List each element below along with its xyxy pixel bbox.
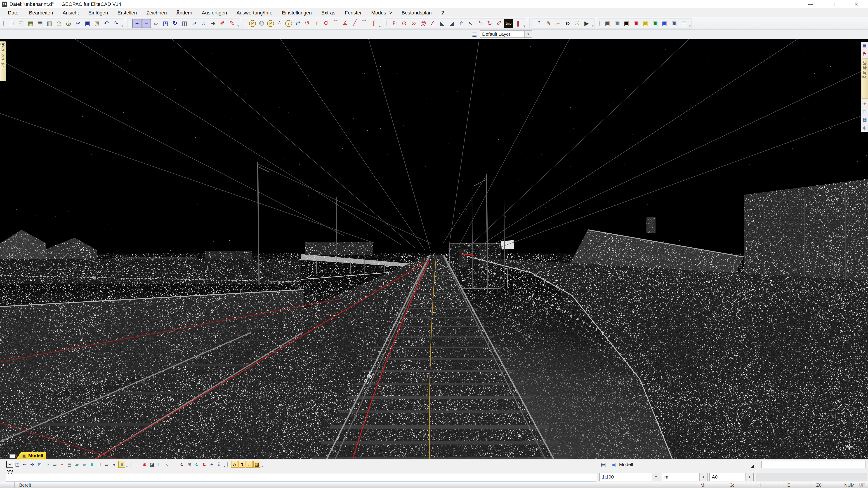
- toolbar-overflow-icon[interactable]: ▾: [689, 24, 690, 28]
- sheet-plot-black-icon[interactable]: ▣: [622, 19, 631, 28]
- cut-icon[interactable]: ✂: [73, 19, 83, 28]
- menu-modus-[interactable]: Modus ->: [366, 8, 397, 18]
- chevron-down-icon[interactable]: ▾: [652, 473, 660, 481]
- circle-line-icon[interactable]: ⊘: [400, 19, 409, 28]
- solid-model-icon[interactable]: ▰: [73, 461, 81, 468]
- aux-input[interactable]: [761, 461, 866, 468]
- menu-extras[interactable]: Extras: [316, 8, 340, 18]
- hatch-visibility-icon[interactable]: ▨: [253, 461, 260, 468]
- blocks-3d-icon[interactable]: ▦: [862, 116, 868, 123]
- plot-flag-icon[interactable]: ⚑: [862, 50, 868, 58]
- toolbar-overflow-icon[interactable]: ▾: [121, 24, 123, 28]
- unit-select[interactable]: m ▾: [662, 473, 708, 481]
- mirror-element-icon[interactable]: ◫: [180, 19, 189, 28]
- close-button[interactable]: ✕: [845, 0, 868, 8]
- layers-icon[interactable]: ≣: [862, 42, 868, 50]
- wire-box-icon[interactable]: ▱: [103, 461, 110, 468]
- move-element-icon[interactable]: ▱: [151, 19, 160, 28]
- pan-widget-icon[interactable]: ✛: [846, 443, 853, 451]
- curve-circle-icon[interactable]: ↻: [485, 19, 494, 28]
- plot-mode-icon[interactable]: P: [6, 461, 13, 468]
- move-reference-icon[interactable]: ⇥: [209, 19, 217, 28]
- toolbar-overflow-icon[interactable]: ▾: [237, 24, 239, 28]
- sheet-print-icon[interactable]: ▣: [613, 19, 622, 28]
- sheet-plot-green-icon[interactable]: ▣: [651, 19, 659, 28]
- dimension-visibility-icon[interactable]: ↔: [246, 461, 253, 468]
- crystal-icon[interactable]: ◈: [862, 124, 868, 131]
- tangent-line-icon[interactable]: ∫: [369, 19, 378, 28]
- modify-element-icon[interactable]: ✎: [227, 19, 237, 28]
- rotate-model-icon[interactable]: ↻: [193, 461, 200, 468]
- axis-jump-icon[interactable]: ↘: [163, 461, 170, 468]
- point-von-trass-icon[interactable]: P: [267, 20, 274, 27]
- toolbar-drag-handle[interactable]: [599, 20, 601, 27]
- axis-define-icon[interactable]: ∟: [171, 461, 178, 468]
- spiral-icon[interactable]: @: [418, 19, 428, 28]
- plot-output-icon[interactable]: ▤: [66, 461, 73, 468]
- format-select[interactable]: A0 ▾: [709, 473, 754, 481]
- toolbar-drag-handle[interactable]: [531, 20, 533, 27]
- brush-icon[interactable]: ✎: [544, 19, 553, 28]
- menu-datei[interactable]: Datei: [3, 8, 24, 18]
- gradient-segment-icon[interactable]: ◢: [447, 19, 456, 28]
- zoom-dynamic-icon[interactable]: ✛: [29, 461, 36, 468]
- arrow-visibility-icon[interactable]: ↴: [239, 461, 246, 468]
- curve-arrow-icon[interactable]: ↱: [457, 19, 466, 28]
- toolbar-drag-handle[interactable]: [245, 20, 247, 27]
- line-points-icon[interactable]: ╱: [350, 19, 359, 28]
- scale-element-icon[interactable]: ↗: [189, 19, 198, 28]
- toolbar-drag-handle[interactable]: [129, 20, 131, 27]
- open-autosave-icon[interactable]: ◷: [55, 19, 64, 28]
- toolbar-overflow-icon[interactable]: ▾: [379, 25, 381, 28]
- arc-direction-icon[interactable]: ↺: [303, 19, 312, 28]
- point-elevation-icon[interactable]: ↥: [535, 19, 544, 28]
- order-flyout-tab[interactable]: Ordnung: [861, 59, 868, 99]
- menu--[interactable]: ?: [436, 8, 449, 18]
- save-autosave-icon[interactable]: ◶: [64, 19, 73, 28]
- plot-settings-icon[interactable]: ▤: [599, 461, 607, 468]
- tools-flyout-tab[interactable]: Werkzeuge: [0, 41, 6, 81]
- menu-einstellungen[interactable]: Einstellungen: [277, 8, 316, 18]
- menu-fenster[interactable]: Fenster: [340, 8, 367, 18]
- redo-icon[interactable]: ↷: [112, 19, 121, 28]
- connect-elements-icon[interactable]: ⇄: [293, 19, 302, 28]
- gradient-down-icon[interactable]: ◣: [438, 19, 447, 28]
- maximize-button[interactable]: □: [822, 0, 845, 8]
- axis-visibility-icon[interactable]: ∟: [133, 461, 141, 468]
- new-viewport-icon[interactable]: ▭: [51, 461, 58, 468]
- flag-line-icon[interactable]: ⚐: [390, 19, 399, 28]
- center-view-icon[interactable]: ⌖: [59, 461, 66, 468]
- text-visibility-icon[interactable]: A: [231, 461, 238, 468]
- point-lamp-icon[interactable]: ☉: [572, 19, 582, 28]
- tangent-direction-icon[interactable]: ↑: [312, 19, 321, 28]
- copy-element-icon[interactable]: ◳: [161, 19, 170, 28]
- axis-origin-icon[interactable]: ⊕: [141, 461, 148, 468]
- corner-curve-icon[interactable]: ⌐: [554, 19, 563, 28]
- menu-auswertung-info[interactable]: Auswertung/Info: [232, 8, 277, 18]
- walk-mode-icon[interactable]: ✦: [208, 461, 215, 468]
- scale-select[interactable]: 1:100 ▾: [599, 473, 660, 481]
- toolbar-drag-handle[interactable]: [3, 20, 5, 27]
- orbit-view-icon[interactable]: ∞: [43, 461, 51, 468]
- view-selector[interactable]: ▣ Modell: [611, 460, 754, 468]
- expand-corner-icon[interactable]: [751, 465, 754, 468]
- open-file-icon[interactable]: ◰: [17, 19, 26, 28]
- sheet-copy-icon[interactable]: ▣: [670, 19, 679, 28]
- point-grid-icon[interactable]: ⠿: [216, 461, 223, 468]
- layer-select[interactable]: Default Layer ▾: [480, 31, 532, 38]
- parallel-lines-icon[interactable]: ∥: [514, 19, 523, 28]
- chevron-down-icon[interactable]: ▾: [524, 31, 532, 37]
- two-circles-icon[interactable]: ∞: [409, 19, 418, 28]
- menu-erstellen[interactable]: Erstellen: [113, 8, 142, 18]
- erase-element-icon[interactable]: ✐: [218, 19, 227, 28]
- point-camera-icon[interactable]: ▶: [582, 19, 591, 28]
- toolbar-drag-handle[interactable]: [130, 461, 132, 468]
- copy-icon[interactable]: ▣: [83, 19, 92, 28]
- menu-einf-gen[interactable]: Einfügen: [84, 8, 113, 18]
- sphere-view-icon[interactable]: ●: [111, 461, 118, 468]
- clip-plane-icon[interactable]: ◪: [149, 461, 156, 468]
- zoom-fit-icon[interactable]: ⊡: [36, 461, 43, 468]
- wire-cube-icon[interactable]: □: [96, 461, 103, 468]
- command-input[interactable]: [6, 474, 596, 482]
- vector-arrows-icon[interactable]: ⇅: [201, 461, 208, 468]
